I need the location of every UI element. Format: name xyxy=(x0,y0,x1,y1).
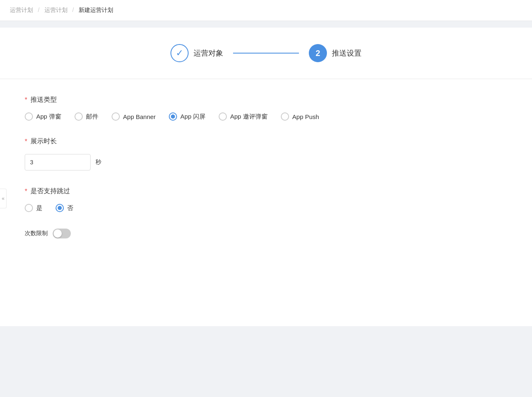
step-1: ✓ 运营对象 xyxy=(170,44,223,62)
count-limit-toggle-wrapper: 次数限制 xyxy=(25,229,507,238)
radio-skip-yes-label: 是 xyxy=(36,204,42,212)
radio-skip-yes[interactable]: 是 xyxy=(25,204,42,212)
count-limit-section: 次数限制 xyxy=(25,229,507,238)
breadcrumb-item-1[interactable]: 运营计划 xyxy=(10,7,33,13)
radio-app-flash-circle xyxy=(169,112,177,121)
collapse-icon: « xyxy=(2,196,5,201)
toggle-knob xyxy=(54,229,62,238)
radio-skip-no[interactable]: 否 xyxy=(56,204,73,212)
display-duration-section: * 展示时长 秒 xyxy=(25,137,507,170)
step-1-circle: ✓ xyxy=(170,44,189,62)
radio-skip-no-circle xyxy=(56,204,64,212)
count-limit-label: 次数限制 xyxy=(25,230,48,237)
push-type-label: * 推送类型 xyxy=(25,96,507,104)
step-1-check-icon: ✓ xyxy=(176,48,183,58)
display-duration-label-text: 展示时长 xyxy=(30,137,57,146)
radio-app-popup-circle xyxy=(25,112,33,121)
display-duration-required-star: * xyxy=(25,138,27,145)
radio-app-popup-label: App 弹窗 xyxy=(36,113,61,121)
breadcrumb-sep-1: / xyxy=(38,7,40,13)
radio-skip-yes-circle xyxy=(25,204,33,212)
step-1-label: 运营对象 xyxy=(194,48,223,58)
radio-app-flash-inner xyxy=(171,114,175,119)
radio-app-banner-circle xyxy=(112,112,120,121)
radio-app-popup[interactable]: App 弹窗 xyxy=(25,112,61,121)
push-type-required-star: * xyxy=(25,96,27,104)
radio-app-banner-label: App Banner xyxy=(123,113,156,120)
radio-skip-no-inner xyxy=(58,206,62,210)
display-duration-input-group: 秒 xyxy=(25,154,507,170)
steps-container: ✓ 运营对象 2 推送设置 xyxy=(0,28,532,79)
radio-app-review-circle xyxy=(219,112,227,121)
radio-app-flash[interactable]: App 闪屏 xyxy=(169,112,205,121)
radio-email-label: 邮件 xyxy=(86,113,98,121)
breadcrumb-item-3: 新建运营计划 xyxy=(79,7,113,13)
radio-app-review[interactable]: App 邀评弹窗 xyxy=(219,112,268,121)
step-2-circle: 2 xyxy=(309,44,327,62)
skip-support-label-text: 是否支持跳过 xyxy=(30,187,70,196)
collapse-sidebar-button[interactable]: « xyxy=(0,189,7,208)
radio-app-push-label: App Push xyxy=(292,113,319,120)
form-card: * 推送类型 App 弹窗 邮件 App Banner xyxy=(0,79,532,326)
step-connector xyxy=(233,53,299,54)
count-limit-toggle[interactable] xyxy=(53,229,71,238)
step-2: 2 推送设置 xyxy=(309,44,362,62)
breadcrumb-item-2[interactable]: 运营计划 xyxy=(44,7,68,13)
radio-app-review-label: App 邀评弹窗 xyxy=(230,113,268,121)
step-2-label: 推送设置 xyxy=(332,48,362,58)
radio-email[interactable]: 邮件 xyxy=(75,112,98,121)
push-type-label-text: 推送类型 xyxy=(30,96,57,104)
radio-app-push-circle xyxy=(281,112,289,121)
step-2-number: 2 xyxy=(315,49,320,58)
radio-app-flash-label: App 闪屏 xyxy=(180,113,205,121)
display-duration-suffix: 秒 xyxy=(96,159,101,166)
skip-support-required-star: * xyxy=(25,188,27,195)
skip-support-label: * 是否支持跳过 xyxy=(25,187,507,196)
radio-email-circle xyxy=(75,112,83,121)
radio-app-push[interactable]: App Push xyxy=(281,112,319,121)
display-duration-input[interactable] xyxy=(25,154,91,170)
push-type-radio-group: App 弹窗 邮件 App Banner App 闪屏 xyxy=(25,112,507,121)
skip-support-section: * 是否支持跳过 是 否 xyxy=(25,187,507,212)
radio-skip-no-label: 否 xyxy=(67,204,73,212)
skip-support-radio-group: 是 否 xyxy=(25,204,507,212)
step-wrapper: ✓ 运营对象 2 推送设置 xyxy=(170,44,362,62)
push-type-section: * 推送类型 App 弹窗 邮件 App Banner xyxy=(25,96,507,121)
display-duration-label: * 展示时长 xyxy=(25,137,507,146)
breadcrumb: 运营计划 / 运营计划 / 新建运营计划 xyxy=(0,0,532,21)
breadcrumb-sep-2: / xyxy=(72,7,74,13)
radio-app-banner[interactable]: App Banner xyxy=(112,112,156,121)
